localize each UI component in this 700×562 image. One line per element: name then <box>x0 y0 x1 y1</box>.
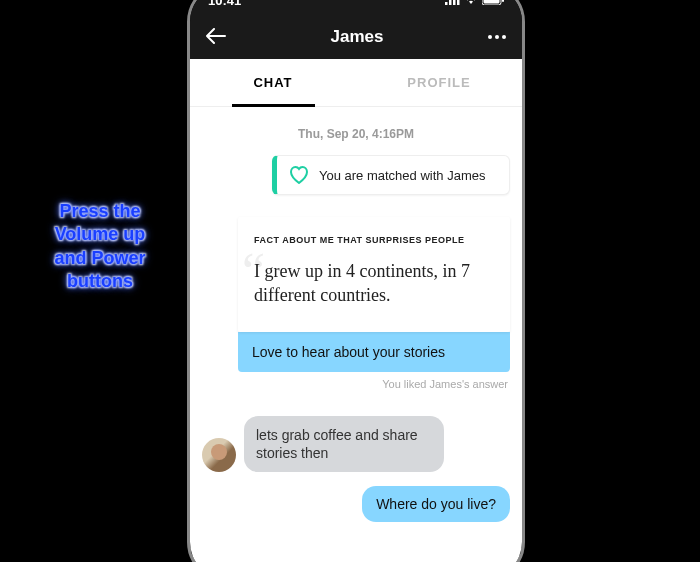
timestamp-label: Thu, Sep 20, 4:16PM <box>202 127 510 141</box>
more-options-button[interactable] <box>488 35 506 39</box>
content-area: CHAT PROFILE Thu, Sep 20, 4:16PM You are… <box>190 59 522 562</box>
phone-frame: 10:41 James CHAT PROFILE Thu, Sep 20, 4:… <box>187 0 525 562</box>
battery-icon <box>482 0 504 8</box>
svg-rect-2 <box>453 0 456 5</box>
svg-rect-0 <box>445 2 448 5</box>
signal-icon <box>445 0 460 8</box>
match-card: You are matched with James <box>272 155 510 195</box>
tab-bar: CHAT PROFILE <box>190 59 522 107</box>
back-button[interactable] <box>206 24 226 50</box>
fact-card[interactable]: FACT ABOUT ME THAT SURPRISES PEOPLE “ I … <box>238 217 510 332</box>
received-message-1[interactable]: lets grab coffee and share stories then <box>244 416 444 472</box>
svg-rect-5 <box>484 0 500 3</box>
wifi-icon <box>464 0 478 8</box>
status-bar: 10:41 <box>190 0 522 15</box>
heart-icon <box>289 166 309 184</box>
svg-rect-6 <box>502 0 504 2</box>
like-caption: You liked James's answer <box>202 378 508 390</box>
received-row: lets grab coffee and share stories then <box>202 416 510 472</box>
fact-heading: FACT ABOUT ME THAT SURPRISES PEOPLE <box>254 235 494 245</box>
avatar[interactable] <box>202 438 236 472</box>
tab-chat[interactable]: CHAT <box>190 59 356 106</box>
match-text: You are matched with James <box>319 168 485 183</box>
tab-profile[interactable]: PROFILE <box>356 59 522 106</box>
fact-body: I grew up in 4 continents, in 7 differen… <box>254 259 494 308</box>
instruction-overlay: Press the Volume up and Power buttons <box>45 200 155 294</box>
status-icons <box>445 0 504 8</box>
nav-title: James <box>331 27 384 47</box>
status-time: 10:41 <box>208 0 241 8</box>
sent-message-1[interactable]: Love to hear about your stories <box>238 332 510 372</box>
svg-rect-3 <box>457 0 460 5</box>
sent-message-2[interactable]: Where do you live? <box>362 486 510 522</box>
nav-bar: James <box>190 15 522 59</box>
message-scroll[interactable]: Thu, Sep 20, 4:16PM You are matched with… <box>190 107 522 562</box>
svg-rect-1 <box>449 0 452 5</box>
